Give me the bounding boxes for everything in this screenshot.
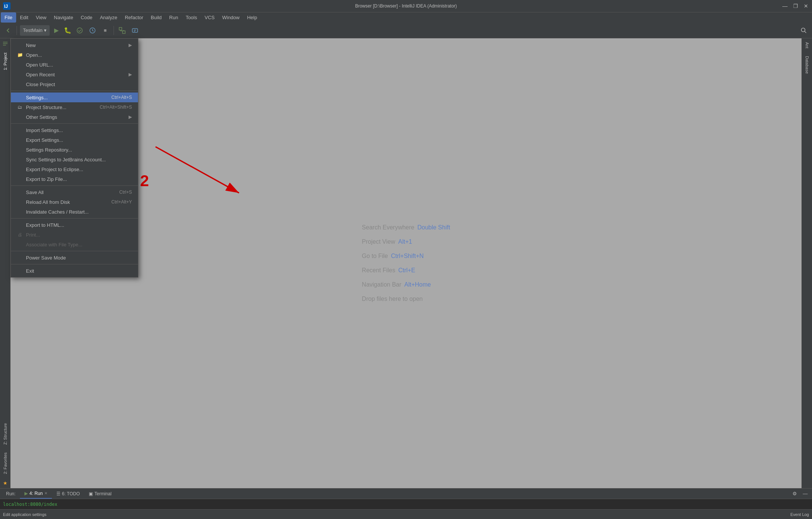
menu-open-url[interactable]: Open URL... xyxy=(11,60,138,70)
minimize-button[interactable]: — xyxy=(782,3,788,9)
menu-item-help[interactable]: Help xyxy=(243,12,261,23)
divider-1 xyxy=(11,91,138,91)
sidebar-tab-structure[interactable]: Z: Structure xyxy=(2,419,9,448)
export-zip-icon xyxy=(17,176,23,182)
menu-export-eclipse[interactable]: Export Project to Eclipse... xyxy=(11,164,138,174)
menu-new[interactable]: New ▶ xyxy=(11,40,138,50)
right-tab-database[interactable]: Database xyxy=(803,52,811,77)
sidebar-icon-top[interactable] xyxy=(2,40,9,47)
divider-5 xyxy=(11,251,138,251)
svg-text:IJ: IJ xyxy=(4,4,8,9)
export-html-icon xyxy=(17,222,23,228)
stop-button[interactable]: ■ xyxy=(100,25,111,36)
run-tab-close[interactable]: ✕ xyxy=(44,491,47,495)
maximize-button[interactable]: ❐ xyxy=(792,3,798,9)
menu-item-vcs[interactable]: VCS xyxy=(201,12,218,23)
menu-item-edit[interactable]: Edit xyxy=(16,12,32,23)
hint-project-text: Project View xyxy=(362,238,395,245)
menu-reload-disk[interactable]: Reload All from Disk Ctrl+Alt+Y xyxy=(11,197,138,207)
app-logo: IJ xyxy=(3,2,11,10)
run-config-selector[interactable]: TestMain ▾ xyxy=(20,25,50,36)
menu-project-structure[interactable]: 🗂 Project Structure... Ctrl+Alt+Shift+S xyxy=(11,102,138,112)
hint-goto: Go to File Ctrl+Shift+N xyxy=(362,253,450,260)
statusbar: Edit application settings Event Log xyxy=(0,509,812,519)
svg-rect-6 xyxy=(132,29,138,32)
hint-navbar: Navigation Bar Alt+Home xyxy=(362,281,450,288)
menu-item-file[interactable]: File xyxy=(1,12,16,23)
sidebar-tab-project[interactable]: 1: Project xyxy=(2,49,9,74)
sidebar-tab-favorites[interactable]: 2: Favorites xyxy=(2,449,9,478)
menu-close-project[interactable]: Close Project xyxy=(11,79,138,89)
run-label-static: Run: xyxy=(2,489,20,499)
run-config-chevron: ▾ xyxy=(44,27,47,33)
menu-export-settings[interactable]: Export Settings... xyxy=(11,135,138,145)
exit-icon xyxy=(17,268,23,274)
menu-item-navigate[interactable]: Navigate xyxy=(50,12,77,23)
menu-item-build[interactable]: Build xyxy=(147,12,165,23)
statusbar-message: Edit application settings xyxy=(3,512,47,517)
run-button[interactable]: ▶ xyxy=(52,26,61,35)
svg-point-7 xyxy=(801,28,805,32)
divider-3 xyxy=(11,185,138,186)
settings-icon xyxy=(17,94,23,100)
sync-settings-icon xyxy=(17,156,23,162)
favorites-star-icon[interactable]: ★ xyxy=(2,479,9,487)
tab-todo[interactable]: ☰ 6: TODO xyxy=(52,489,85,499)
debug-button[interactable]: 🐛 xyxy=(63,26,72,35)
tab-terminal[interactable]: ▣ Terminal xyxy=(84,489,116,499)
coverage-button[interactable] xyxy=(74,25,85,36)
run-config-name: TestMain xyxy=(23,27,42,33)
svg-line-8 xyxy=(156,147,239,193)
run-output-text: localhost:8080/index xyxy=(3,502,58,507)
menu-sync-settings[interactable]: Sync Settings to JetBrains Account... xyxy=(11,155,138,164)
menu-item-code[interactable]: Code xyxy=(77,12,96,23)
toolbar-sep-1 xyxy=(17,26,17,35)
menu-import-settings[interactable]: Import Settings... xyxy=(11,125,138,135)
project-structure-button[interactable] xyxy=(117,25,127,36)
search-everywhere-button[interactable] xyxy=(798,25,809,36)
event-log-link[interactable]: Event Log xyxy=(790,512,809,517)
sdk-button[interactable] xyxy=(130,25,140,36)
reload-disk-icon xyxy=(17,199,23,205)
close-button[interactable]: ✕ xyxy=(803,3,809,9)
menu-item-window[interactable]: Window xyxy=(218,12,243,23)
hint-search: Search Everywhere Double Shift xyxy=(362,224,450,231)
main-layout: 1: Project Z: Structure 2: Favorites ★ S… xyxy=(0,38,812,488)
back-button[interactable] xyxy=(3,25,14,36)
menu-power-save[interactable]: Power Save Mode xyxy=(11,253,138,263)
hint-search-shortcut: Double Shift xyxy=(417,224,450,231)
titlebar-controls: — ❐ ✕ xyxy=(782,3,809,9)
settings-shortcut: Ctrl+Alt+S xyxy=(111,95,132,100)
left-sidebar: 1: Project Z: Structure 2: Favorites ★ xyxy=(0,38,11,488)
hint-navbar-text: Navigation Bar xyxy=(362,281,401,288)
titlebar: IJ Browser [D:\Browser] - IntelliJ IDEA … xyxy=(0,0,812,12)
menu-export-zip[interactable]: Export to Zip File... xyxy=(11,174,138,184)
menu-item-run[interactable]: Run xyxy=(165,12,182,23)
menubar: File Edit View Navigate Code Analyze Ref… xyxy=(0,12,812,23)
menu-settings[interactable]: Settings... Ctrl+Alt+S xyxy=(11,93,138,102)
right-tab-ant[interactable]: Ant xyxy=(803,38,811,52)
menu-item-refactor[interactable]: Refactor xyxy=(121,12,147,23)
menu-settings-repo[interactable]: Settings Repository... xyxy=(11,145,138,155)
profile-button[interactable] xyxy=(87,25,98,36)
hint-navbar-shortcut: Alt+Home xyxy=(404,281,431,288)
print-icon: 🖨 xyxy=(17,232,23,238)
tab-run[interactable]: ▶ 4: Run ✕ xyxy=(20,489,52,499)
export-settings-icon xyxy=(17,137,23,143)
run-label: Run: xyxy=(6,491,15,496)
todo-tab-icon: ☰ xyxy=(56,491,61,496)
menu-item-view[interactable]: View xyxy=(32,12,50,23)
run-minimize-button[interactable]: — xyxy=(800,489,810,499)
menu-open-recent[interactable]: Open Recent ▶ xyxy=(11,70,138,79)
todo-tab-label: 6: TODO xyxy=(62,491,80,496)
menu-item-tools[interactable]: Tools xyxy=(182,12,201,23)
menu-other-settings[interactable]: Other Settings ▶ xyxy=(11,112,138,122)
menu-item-analyze[interactable]: Analyze xyxy=(96,12,121,23)
menu-export-html[interactable]: Export to HTML... xyxy=(11,220,138,230)
hint-drop-text: Drop files here to open xyxy=(362,296,423,302)
menu-open[interactable]: 📁 Open... xyxy=(11,50,138,60)
menu-save-all[interactable]: Save All Ctrl+S xyxy=(11,187,138,197)
menu-invalidate-caches[interactable]: Invalidate Caches / Restart... xyxy=(11,207,138,217)
menu-exit[interactable]: Exit xyxy=(11,266,138,276)
run-settings-button[interactable]: ⚙ xyxy=(789,489,800,499)
